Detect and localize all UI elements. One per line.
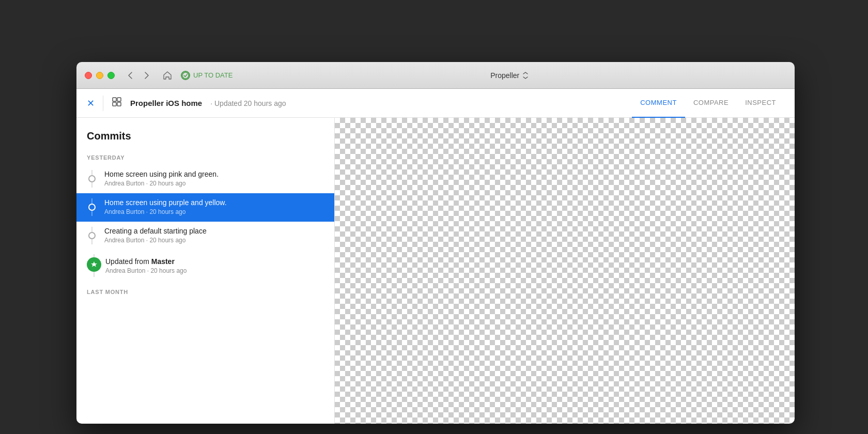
tab-compare[interactable]: COMPARE — [685, 89, 737, 118]
commit-meta-master: Andrea Burton · 20 hours ago — [105, 267, 324, 274]
commits-heading: Commits — [76, 118, 334, 150]
commit-meta: Andrea Burton · 20 hours ago — [104, 180, 324, 187]
back-button[interactable] — [123, 68, 137, 83]
close-x-button[interactable]: ✕ — [87, 98, 95, 109]
titlebar: UP TO DATE Propeller — [76, 62, 795, 89]
svg-rect-1 — [113, 98, 116, 101]
commit-item-master[interactable]: Updated from Master Andrea Burton · 20 h… — [76, 250, 334, 281]
toolbar-left: ✕ Propeller iOS home · Updated 20 hours … — [87, 96, 632, 111]
status-icon — [181, 71, 190, 80]
commit-timeline — [87, 170, 97, 188]
close-button[interactable] — [85, 72, 92, 79]
nav-buttons — [123, 68, 154, 83]
home-button[interactable] — [160, 68, 175, 83]
app-title: Propeller — [490, 71, 529, 80]
commit-meta-selected: Andrea Burton · 20 hours ago — [104, 208, 324, 215]
maximize-button[interactable] — [107, 72, 115, 79]
app-name: Propeller — [490, 71, 519, 80]
commit-info-3: Creating a default starting place Andrea… — [104, 227, 324, 250]
section-yesterday: YESTERDAY — [76, 150, 334, 165]
toolbar-tabs: COMMENT COMPARE INSPECT — [632, 89, 784, 118]
canvas-area — [335, 118, 795, 424]
toolbar-subtitle: · Updated 20 hours ago — [210, 99, 286, 107]
titlebar-center: Propeller — [233, 71, 786, 80]
svg-point-0 — [182, 72, 189, 79]
commit-item-3[interactable]: Creating a default starting place Andrea… — [76, 222, 334, 250]
toolbar-title: Propeller iOS home — [130, 99, 202, 107]
frame-icon — [112, 97, 122, 110]
svg-rect-4 — [117, 102, 121, 106]
svg-rect-3 — [113, 102, 116, 106]
tab-inspect[interactable]: INSPECT — [737, 89, 784, 118]
toolbar-divider — [103, 96, 103, 111]
traffic-lights — [85, 72, 115, 79]
commit-item-selected[interactable]: Home screen using purple and yellow. And… — [76, 193, 334, 222]
commit-info: Home screen using pink and green. Andrea… — [104, 170, 324, 193]
main-content: Commits YESTERDAY Home screen using pink… — [76, 118, 795, 424]
commit-dot — [88, 175, 96, 182]
commit-info-master: Updated from Master Andrea Burton · 20 h… — [105, 254, 324, 281]
master-dot — [87, 257, 101, 272]
commit-timeline-master — [87, 254, 101, 277]
sidebar: Commits YESTERDAY Home screen using pink… — [76, 118, 335, 424]
commit-title: Home screen using pink and green. — [104, 170, 324, 178]
commit-title-3: Creating a default starting place — [104, 227, 324, 235]
commit-item[interactable]: Home screen using pink and green. Andrea… — [76, 165, 334, 193]
svg-rect-2 — [117, 98, 121, 101]
commit-timeline-3 — [87, 227, 97, 244]
section-last-month: LAST MONTH — [76, 285, 334, 299]
app-window: UP TO DATE Propeller ✕ — [76, 62, 795, 424]
minimize-button[interactable] — [96, 72, 103, 79]
commit-meta-3: Andrea Burton · 20 hours ago — [104, 237, 324, 244]
desktop: UP TO DATE Propeller ✕ — [0, 0, 868, 434]
commit-info-selected: Home screen using purple and yellow. And… — [104, 198, 324, 222]
forward-button[interactable] — [140, 68, 154, 83]
commit-title-master: Updated from Master — [105, 257, 324, 266]
status-text: UP TO DATE — [193, 71, 233, 79]
commit-title-selected: Home screen using purple and yellow. — [104, 198, 324, 207]
commit-dot-3 — [88, 232, 96, 239]
status-badge: UP TO DATE — [181, 71, 233, 80]
tab-comment[interactable]: COMMENT — [632, 89, 685, 118]
toolbar: ✕ Propeller iOS home · Updated 20 hours … — [76, 89, 795, 118]
commit-dot-selected — [88, 204, 96, 211]
commit-timeline-selected — [87, 198, 97, 216]
